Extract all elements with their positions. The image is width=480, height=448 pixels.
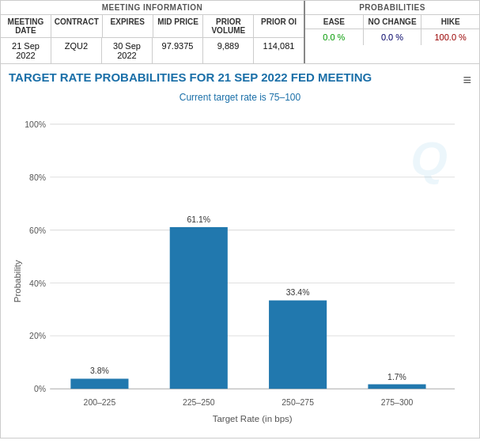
val-ease: 0.0 % (305, 29, 364, 45)
y-tick-20: 20% (29, 332, 46, 340)
col-mid-price: MID PRICE (153, 15, 204, 37)
chart-subtitle: Current target rate is 75–100 (9, 92, 471, 103)
probabilities-header: PROBABILITIES (305, 1, 479, 15)
col-prior-volume: PRIOR VOLUME (203, 15, 254, 37)
y-tick-100: 100% (25, 120, 46, 129)
bar-label-275-300: 275–300 (381, 398, 414, 407)
prob-col-hike: HIKE (421, 15, 479, 28)
prob-col-ease: EASE (305, 15, 364, 28)
y-tick-40: 40% (29, 279, 46, 288)
bar-chart: Probability 100% 80% 60% 40% 20% 0% (9, 108, 471, 430)
meeting-info-section: MEETING INFORMATION MEETING DATE CONTRAC… (1, 1, 305, 63)
col-prior-oi: PRIOR OI (254, 15, 304, 37)
probabilities-section: PROBABILITIES EASE NO CHANGE HIKE 0.0 % … (305, 1, 479, 63)
val-no-change: 0.0 % (364, 29, 422, 45)
y-tick-60: 60% (29, 226, 46, 235)
bar-label-pct-275-300: 1.7% (387, 373, 406, 382)
bar-200-225 (70, 378, 128, 389)
y-axis-label: Probability (13, 260, 22, 302)
prob-col-no-change: NO CHANGE (364, 15, 422, 28)
top-table: MEETING INFORMATION MEETING DATE CONTRAC… (0, 0, 480, 64)
val-expires: 30 Sep 2022 (102, 38, 153, 63)
val-hike: 100.0 % (421, 29, 479, 45)
chart-container: TARGET RATE PROBABILITIES FOR 21 SEP 202… (0, 64, 480, 439)
bar-275-300 (368, 384, 425, 389)
meeting-info-header: MEETING INFORMATION (1, 1, 304, 15)
y-tick-80: 80% (29, 173, 46, 182)
val-prior-oi: 114,081 (254, 38, 304, 63)
val-mid-price: 97.9375 (153, 38, 203, 63)
val-prior-volume: 9,889 (203, 38, 254, 63)
y-tick-0: 0% (34, 385, 46, 393)
bar-label-250-275: 250–275 (282, 398, 314, 407)
bar-225-250 (170, 227, 228, 389)
bar-label-200-225: 200–225 (84, 398, 116, 407)
col-expires: EXPIRES (103, 15, 153, 37)
bar-250-275 (269, 301, 327, 389)
x-axis-label: Target Rate (in bps) (213, 414, 293, 423)
val-contract: ZQU2 (51, 38, 102, 63)
bar-label-pct-250-275: 33.4% (286, 288, 310, 297)
bar-label-pct-200-225: 3.8% (90, 366, 109, 375)
col-meeting-date: MEETING DATE (1, 15, 51, 37)
menu-icon[interactable]: ≡ (463, 72, 471, 89)
bar-label-pct-225-250: 61.1% (187, 215, 210, 224)
col-contract: CONTRACT (51, 15, 103, 37)
chart-title: TARGET RATE PROBABILITIES FOR 21 SEP 202… (9, 70, 372, 85)
bar-label-225-250: 225–250 (183, 398, 215, 407)
val-meeting-date: 21 Sep 2022 (1, 38, 51, 63)
chart-svg-wrapper: Q Probability 100% 80% 60% 40% 20% (9, 108, 471, 430)
